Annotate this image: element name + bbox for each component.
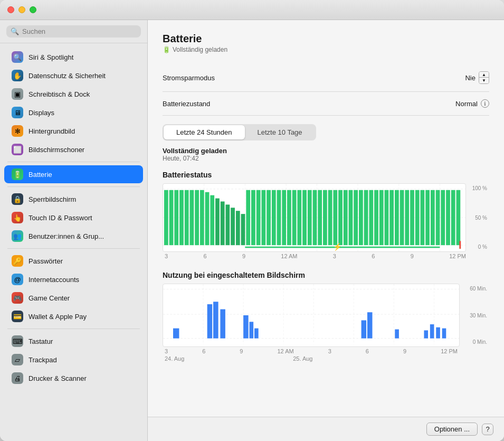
keyboard-icon: ⌨ <box>12 335 23 347</box>
trackpad-icon: ▱ <box>12 354 23 365</box>
svg-rect-57 <box>405 190 409 245</box>
svg-rect-10 <box>164 190 168 245</box>
stepper-down[interactable]: ▼ <box>479 78 489 83</box>
svg-rect-41 <box>323 190 327 245</box>
batteriezustand-text: Normal <box>455 100 478 108</box>
svg-rect-51 <box>374 190 378 245</box>
users-icon: 👥 <box>12 230 23 242</box>
sidebar-item-wallet[interactable]: 💳Wallet & Apple Pay <box>4 307 143 325</box>
sidebar-divider-0 <box>7 162 140 162</box>
stromsparmodus-label: Stromsparmodus <box>163 74 215 82</box>
svg-rect-40 <box>318 190 322 245</box>
search-input[interactable] <box>22 27 137 35</box>
maximize-button[interactable] <box>30 6 36 13</box>
stromsparmodus-row: Stromsparmodus Nie ▲ ▼ <box>163 64 489 92</box>
svg-rect-92 <box>430 324 434 339</box>
battery-icon: 🔋 <box>12 168 23 180</box>
svg-rect-15 <box>190 190 194 245</box>
sidebar-item-users[interactable]: 👥Benutzer:innen & Grup... <box>4 227 143 245</box>
svg-rect-17 <box>200 190 204 245</box>
svg-rect-83 <box>213 302 218 338</box>
sidebar-item-screensaver[interactable]: ⬜Bildschirmschoner <box>4 140 143 158</box>
svg-rect-48 <box>359 190 363 245</box>
svg-rect-50 <box>369 190 373 245</box>
svg-rect-44 <box>338 190 343 245</box>
tab-24h[interactable]: Letzte 24 Stunden <box>164 125 245 139</box>
help-button[interactable]: ? <box>482 424 493 435</box>
main-window: 🔍 🔍Siri & Spotlight✋Datenschutz & Sicher… <box>0 0 504 441</box>
battery-x-labels: 3 6 9 12 AM 3 6 9 12 PM <box>163 252 489 260</box>
svg-rect-58 <box>410 190 414 245</box>
info-icon[interactable]: ℹ <box>481 99 489 108</box>
svg-rect-59 <box>415 190 420 245</box>
sidebar-item-touchid[interactable]: 👆Touch ID & Passwort <box>4 209 143 227</box>
sidebar-item-lock[interactable]: 🔒Sperrbildschirm <box>4 190 143 208</box>
svg-rect-93 <box>436 327 440 339</box>
minimize-button[interactable] <box>18 6 25 13</box>
sidebar-item-wallpaper[interactable]: ✻Hintergrundbild <box>4 122 143 140</box>
svg-rect-34 <box>287 190 291 245</box>
sidebar-item-printer[interactable]: 🖨Drucker & Scanner <box>4 369 143 387</box>
search-icon: 🔍 <box>11 27 19 35</box>
sidebar-item-battery[interactable]: 🔋Batterie <box>4 165 143 183</box>
sidebar-item-label-gamecenter: Game Center <box>28 294 70 302</box>
svg-rect-56 <box>400 190 404 245</box>
sidebar-list: 🔍Siri & Spotlight✋Datenschutz & Sicherhe… <box>0 43 147 441</box>
sidebar-item-desktop[interactable]: ▣Schreibtisch & Dock <box>4 85 143 103</box>
stromsparmodus-value: Nie ▲ ▼ <box>465 71 489 84</box>
svg-rect-31 <box>272 190 276 245</box>
svg-rect-90 <box>395 330 399 339</box>
svg-rect-60 <box>421 190 425 245</box>
svg-rect-33 <box>282 190 286 245</box>
y-label-60min: 60 Min. <box>470 286 487 292</box>
svg-rect-86 <box>250 322 254 338</box>
options-button[interactable]: Optionen ... <box>426 423 478 436</box>
svg-rect-28 <box>256 190 261 245</box>
privacy-icon: ✋ <box>12 70 23 81</box>
svg-rect-88 <box>362 320 367 338</box>
usage-y-labels: 60 Min. 30 Min. 0 Min. <box>460 284 489 347</box>
passwords-icon: 🔑 <box>12 255 23 267</box>
sidebar-item-internet[interactable]: @Internetaccounts <box>4 270 143 288</box>
svg-rect-42 <box>328 190 332 245</box>
svg-rect-64 <box>441 190 445 245</box>
sidebar-item-passwords[interactable]: 🔑Passwörter <box>4 252 143 270</box>
svg-rect-24 <box>236 211 240 245</box>
sidebar-item-siri[interactable]: 🔍Siri & Spotlight <box>4 48 143 66</box>
charge-title: Vollständig geladen <box>163 147 489 155</box>
battery-icon-inline: 🔋 <box>163 46 170 53</box>
svg-rect-91 <box>424 330 428 338</box>
sidebar-item-privacy[interactable]: ✋Datenschutz & Sicherheit <box>4 67 143 85</box>
battery-chart: ⚡ <box>163 183 466 252</box>
tab-10d[interactable]: Letzte 10 Tage <box>245 125 315 139</box>
lock-icon: 🔒 <box>12 193 23 205</box>
svg-rect-63 <box>436 190 440 245</box>
internet-icon: @ <box>12 274 23 285</box>
sidebar-item-gamecenter[interactable]: 🎮Game Center <box>4 289 143 307</box>
batteriestatus-title: Batteriestatus <box>163 171 489 179</box>
svg-rect-46 <box>349 190 353 245</box>
svg-rect-67 <box>457 190 461 245</box>
y-label-30min: 30 Min. <box>470 313 487 318</box>
screensaver-icon: ⬜ <box>12 144 23 155</box>
sidebar-item-keyboard[interactable]: ⌨Tastatur <box>4 332 143 350</box>
svg-rect-55 <box>395 190 399 245</box>
batteriezustand-value: Normal ℹ <box>455 99 489 108</box>
stepper-up[interactable]: ▲ <box>479 72 489 78</box>
svg-rect-18 <box>205 192 210 245</box>
stromsparmodus-stepper[interactable]: ▲ ▼ <box>479 71 489 84</box>
siri-icon: 🔍 <box>12 51 23 63</box>
svg-rect-29 <box>261 190 265 245</box>
sidebar-item-label-battery: Batterie <box>28 171 52 179</box>
usage-date-labels: 24. Aug 25. Aug <box>163 355 460 363</box>
sidebar-item-trackpad[interactable]: ▱Trackpad <box>4 351 143 369</box>
svg-rect-70 <box>459 241 461 249</box>
svg-rect-45 <box>344 190 348 245</box>
sidebar-item-label-wallet: Wallet & Apple Pay <box>28 313 87 321</box>
sidebar-divider-1 <box>7 186 140 187</box>
close-button[interactable] <box>7 6 14 13</box>
usage-x-labels: 3 6 9 12 AM 3 6 9 12 PM <box>163 347 460 355</box>
svg-rect-52 <box>379 190 384 245</box>
sidebar-item-displays[interactable]: 🖥Displays <box>4 104 143 121</box>
svg-rect-84 <box>220 309 225 339</box>
